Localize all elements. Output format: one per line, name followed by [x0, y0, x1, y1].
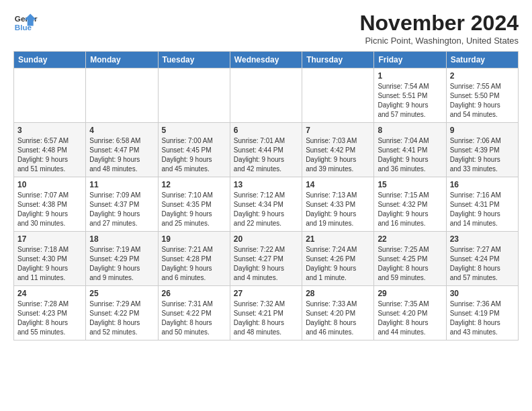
cell-w5-d3: 26Sunrise: 7:31 AM Sunset: 4:22 PM Dayli… [158, 286, 230, 340]
day-detail: Sunrise: 7:24 AM Sunset: 4:26 PM Dayligh… [306, 245, 370, 283]
month-title: November 2024 [359, 11, 519, 36]
cell-w4-d4: 20Sunrise: 7:22 AM Sunset: 4:27 PM Dayli… [230, 232, 302, 286]
week-row-2: 3Sunrise: 6:57 AM Sunset: 4:48 PM Daylig… [14, 123, 519, 177]
day-number: 10 [17, 180, 82, 189]
week-row-5: 24Sunrise: 7:28 AM Sunset: 4:23 PM Dayli… [14, 286, 519, 340]
cell-w4-d3: 19Sunrise: 7:21 AM Sunset: 4:28 PM Dayli… [158, 232, 230, 286]
day-number: 15 [378, 180, 442, 189]
day-detail: Sunrise: 7:00 AM Sunset: 4:45 PM Dayligh… [162, 136, 226, 174]
day-detail: Sunrise: 7:12 AM Sunset: 4:34 PM Dayligh… [234, 191, 298, 228]
day-number: 7 [306, 126, 370, 135]
day-number: 3 [17, 126, 82, 135]
cell-w5-d4: 27Sunrise: 7:32 AM Sunset: 4:21 PM Dayli… [230, 286, 302, 340]
day-number: 8 [378, 126, 442, 135]
day-detail: Sunrise: 7:07 AM Sunset: 4:38 PM Dayligh… [17, 191, 82, 228]
page: General Blue November 2024 Picnic Point,… [0, 0, 532, 347]
col-wednesday: Wednesday [230, 52, 302, 68]
day-detail: Sunrise: 7:09 AM Sunset: 4:37 PM Dayligh… [89, 191, 154, 228]
calendar-table: Sunday Monday Tuesday Wednesday Thursday… [13, 51, 519, 340]
header-row: Sunday Monday Tuesday Wednesday Thursday… [14, 52, 519, 68]
cell-w5-d1: 24Sunrise: 7:28 AM Sunset: 4:23 PM Dayli… [14, 286, 86, 340]
day-number: 14 [306, 180, 370, 189]
cell-w1-d5 [302, 68, 374, 123]
title-area: November 2024 Picnic Point, Washington, … [359, 11, 519, 46]
day-number: 13 [234, 180, 298, 189]
day-number: 4 [89, 126, 154, 135]
day-number: 27 [234, 289, 298, 298]
day-detail: Sunrise: 7:13 AM Sunset: 4:33 PM Dayligh… [306, 191, 370, 228]
day-detail: Sunrise: 7:04 AM Sunset: 4:41 PM Dayligh… [378, 136, 442, 174]
col-friday: Friday [374, 52, 446, 68]
day-detail: Sunrise: 7:15 AM Sunset: 4:32 PM Dayligh… [378, 191, 442, 228]
col-thursday: Thursday [302, 52, 374, 68]
day-number: 6 [234, 126, 298, 135]
day-number: 5 [162, 126, 226, 135]
day-detail: Sunrise: 7:25 AM Sunset: 4:25 PM Dayligh… [378, 245, 442, 283]
week-row-1: 1Sunrise: 7:54 AM Sunset: 5:51 PM Daylig… [14, 68, 519, 123]
cell-w1-d7: 2Sunrise: 7:55 AM Sunset: 5:50 PM Daylig… [446, 68, 518, 123]
logo: General Blue [13, 11, 38, 35]
day-detail: Sunrise: 7:21 AM Sunset: 4:28 PM Dayligh… [162, 245, 226, 283]
day-number: 22 [378, 234, 442, 244]
day-number: 29 [378, 289, 442, 298]
day-number: 12 [162, 180, 226, 189]
cell-w1-d4 [230, 68, 302, 123]
day-number: 28 [306, 289, 370, 298]
day-detail: Sunrise: 7:33 AM Sunset: 4:20 PM Dayligh… [306, 300, 370, 337]
day-number: 9 [450, 126, 515, 135]
cell-w2-d7: 9Sunrise: 7:06 AM Sunset: 4:39 PM Daylig… [446, 123, 518, 177]
day-detail: Sunrise: 6:58 AM Sunset: 4:47 PM Dayligh… [89, 136, 154, 174]
cell-w2-d6: 8Sunrise: 7:04 AM Sunset: 4:41 PM Daylig… [374, 123, 446, 177]
cell-w5-d2: 25Sunrise: 7:29 AM Sunset: 4:22 PM Dayli… [86, 286, 158, 340]
cell-w3-d5: 14Sunrise: 7:13 AM Sunset: 4:33 PM Dayli… [302, 177, 374, 232]
day-number: 20 [234, 234, 298, 244]
day-detail: Sunrise: 7:27 AM Sunset: 4:24 PM Dayligh… [450, 245, 515, 283]
cell-w1-d2 [86, 68, 158, 123]
day-number: 11 [89, 180, 154, 189]
cell-w3-d4: 13Sunrise: 7:12 AM Sunset: 4:34 PM Dayli… [230, 177, 302, 232]
day-detail: Sunrise: 7:01 AM Sunset: 4:44 PM Dayligh… [234, 136, 298, 174]
cell-w4-d6: 22Sunrise: 7:25 AM Sunset: 4:25 PM Dayli… [374, 232, 446, 286]
cell-w4-d1: 17Sunrise: 7:18 AM Sunset: 4:30 PM Dayli… [14, 232, 86, 286]
cell-w3-d1: 10Sunrise: 7:07 AM Sunset: 4:38 PM Dayli… [14, 177, 86, 232]
day-number: 30 [450, 289, 515, 298]
cell-w2-d2: 4Sunrise: 6:58 AM Sunset: 4:47 PM Daylig… [86, 123, 158, 177]
week-row-4: 17Sunrise: 7:18 AM Sunset: 4:30 PM Dayli… [14, 232, 519, 286]
day-number: 16 [450, 180, 515, 189]
day-number: 24 [17, 289, 82, 298]
cell-w1-d1 [14, 68, 86, 123]
week-row-3: 10Sunrise: 7:07 AM Sunset: 4:38 PM Dayli… [14, 177, 519, 232]
day-detail: Sunrise: 7:31 AM Sunset: 4:22 PM Dayligh… [162, 300, 226, 337]
cell-w2-d4: 6Sunrise: 7:01 AM Sunset: 4:44 PM Daylig… [230, 123, 302, 177]
cell-w2-d3: 5Sunrise: 7:00 AM Sunset: 4:45 PM Daylig… [158, 123, 230, 177]
day-number: 21 [306, 234, 370, 244]
cell-w1-d3 [158, 68, 230, 123]
cell-w4-d2: 18Sunrise: 7:19 AM Sunset: 4:29 PM Dayli… [86, 232, 158, 286]
day-detail: Sunrise: 7:10 AM Sunset: 4:35 PM Dayligh… [162, 191, 226, 228]
day-number: 25 [89, 289, 154, 298]
cell-w1-d6: 1Sunrise: 7:54 AM Sunset: 5:51 PM Daylig… [374, 68, 446, 123]
day-detail: Sunrise: 7:35 AM Sunset: 4:20 PM Dayligh… [378, 300, 442, 337]
cell-w3-d3: 12Sunrise: 7:10 AM Sunset: 4:35 PM Dayli… [158, 177, 230, 232]
cell-w4-d5: 21Sunrise: 7:24 AM Sunset: 4:26 PM Dayli… [302, 232, 374, 286]
cell-w2-d5: 7Sunrise: 7:03 AM Sunset: 4:42 PM Daylig… [302, 123, 374, 177]
header: General Blue November 2024 Picnic Point,… [13, 11, 519, 46]
day-detail: Sunrise: 7:03 AM Sunset: 4:42 PM Dayligh… [306, 136, 370, 174]
day-number: 2 [450, 71, 515, 81]
cell-w3-d7: 16Sunrise: 7:16 AM Sunset: 4:31 PM Dayli… [446, 177, 518, 232]
day-detail: Sunrise: 7:29 AM Sunset: 4:22 PM Dayligh… [89, 300, 154, 337]
day-detail: Sunrise: 7:22 AM Sunset: 4:27 PM Dayligh… [234, 245, 298, 283]
day-number: 17 [17, 234, 82, 244]
day-detail: Sunrise: 7:54 AM Sunset: 5:51 PM Dayligh… [378, 82, 442, 120]
day-number: 1 [378, 71, 442, 81]
day-detail: Sunrise: 7:16 AM Sunset: 4:31 PM Dayligh… [450, 191, 515, 228]
col-tuesday: Tuesday [158, 52, 230, 68]
day-number: 26 [162, 289, 226, 298]
day-detail: Sunrise: 7:36 AM Sunset: 4:19 PM Dayligh… [450, 300, 515, 337]
logo-icon: General Blue [13, 11, 38, 35]
day-number: 19 [162, 234, 226, 244]
day-detail: Sunrise: 7:06 AM Sunset: 4:39 PM Dayligh… [450, 136, 515, 174]
day-detail: Sunrise: 7:18 AM Sunset: 4:30 PM Dayligh… [17, 245, 82, 283]
location: Picnic Point, Washington, United States [359, 36, 519, 46]
day-detail: Sunrise: 6:57 AM Sunset: 4:48 PM Dayligh… [17, 136, 82, 174]
